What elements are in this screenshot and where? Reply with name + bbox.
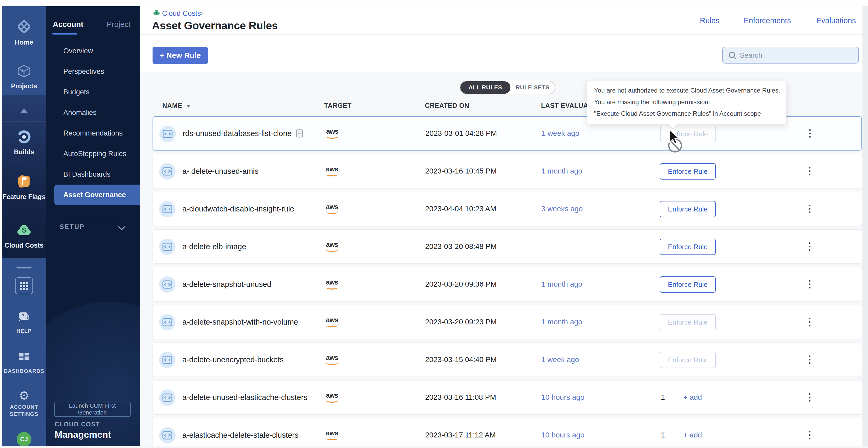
tab-account[interactable]: Account — [53, 20, 83, 29]
rule-icon — [159, 239, 176, 255]
rule-name[interactable]: a-delete-unencrypted-buckets — [182, 355, 284, 364]
table-row[interactable]: a-elasticache-delete-stale-clusters aws … — [153, 418, 862, 448]
sidebar-item-projects[interactable]: Projects — [2, 64, 46, 90]
tab-project[interactable]: Project — [106, 20, 130, 29]
chat-help-icon: ? — [17, 312, 31, 325]
scrollbar[interactable] — [863, 6, 868, 448]
table-row[interactable]: a-delete-snapshot-with-no-volume aws 202… — [153, 305, 862, 339]
add-enforcement-link[interactable]: + add — [683, 380, 702, 414]
created-on-value: 2023-03-17 11:12 AM — [425, 418, 496, 448]
last-evaluation-link[interactable]: 10 hours ago — [541, 418, 584, 448]
sidebar-item-label: Builds — [2, 148, 46, 156]
enforce-rule-button[interactable]: Enforce Rule — [660, 314, 716, 331]
last-evaluation-link[interactable]: 1 month ago — [541, 154, 583, 188]
module-rail: Home Projects Builds — [2, 6, 46, 446]
rule-name[interactable]: rds-unused-databases-list-clone — [183, 129, 291, 138]
toggle-all-rules[interactable]: ALL RULES — [460, 81, 510, 94]
row-menu-kebab-icon[interactable] — [806, 418, 814, 448]
sidebar-item-dashboards[interactable]: DASHBOARDS — [2, 352, 46, 375]
copy-icon[interactable] — [296, 129, 303, 138]
rail-short-divider — [17, 267, 32, 269]
nav-item-anomalies[interactable]: Anomalies — [46, 102, 140, 123]
last-evaluation-link[interactable]: 3 weeks ago — [541, 192, 583, 226]
sidebar-item-home[interactable]: Home — [2, 19, 46, 46]
rule-name[interactable]: a- delete-unused-amis — [182, 167, 259, 176]
last-evaluation-link[interactable]: 1 month ago — [541, 267, 583, 301]
collapse-rail-icon[interactable] — [20, 109, 28, 113]
sidebar-item-account-settings[interactable]: ⚙ ACCOUNT SETTINGS — [2, 389, 46, 418]
table-row[interactable]: a-delete-elb-image aws 2023-03-20 08:48 … — [153, 230, 862, 264]
nav-item-asset-governance[interactable]: Asset Governance — [54, 184, 140, 205]
row-menu-kebab-icon[interactable] — [806, 117, 814, 150]
table-row[interactable]: a-delete-unencrypted-buckets aws 2023-03… — [153, 343, 862, 377]
enforce-rule-button[interactable]: Enforce Rule — [660, 163, 716, 179]
svg-text:$: $ — [22, 226, 26, 234]
rule-icon — [159, 352, 176, 368]
rule-icon — [159, 163, 176, 179]
table-row[interactable]: a-delete-unused-elasticache-clusters aws… — [153, 380, 862, 415]
rail-divider — [2, 121, 46, 122]
svg-text:?: ? — [22, 313, 25, 318]
nav-item-perspectives[interactable]: Perspectives — [46, 61, 140, 82]
row-menu-kebab-icon[interactable] — [806, 305, 814, 339]
aws-smile-arc — [326, 361, 338, 365]
row-menu-kebab-icon[interactable] — [806, 267, 814, 301]
last-evaluation-link[interactable]: - — [541, 230, 544, 264]
row-menu-kebab-icon[interactable] — [806, 380, 814, 414]
permission-tooltip: You are not authorized to execute Cloud … — [587, 81, 786, 124]
nav-item-budgets[interactable]: Budgets — [46, 82, 140, 102]
nav-item-recommendations[interactable]: Recommendations — [46, 123, 140, 143]
row-menu-kebab-icon[interactable] — [806, 343, 814, 377]
nav-item-autostopping-rules[interactable]: AutoStopping Rules — [46, 143, 140, 164]
rule-name[interactable]: a-delete-snapshot-unused — [182, 280, 271, 289]
dashboard-tiles-icon — [18, 352, 31, 365]
module-selector-grid-icon[interactable] — [15, 277, 33, 294]
setup-section-label[interactable]: SETUP — [60, 223, 85, 231]
sidebar-item-label: ACCOUNT SETTINGS — [4, 404, 44, 418]
launch-ccm-first-gen-button[interactable]: Launch CCM First Generation — [54, 402, 131, 417]
aws-smile-arc — [326, 172, 338, 176]
last-evaluation-link[interactable]: 1 month ago — [541, 305, 583, 339]
last-evaluation-link[interactable]: 1 week ago — [541, 343, 579, 377]
aws-target-logo: aws — [323, 305, 341, 339]
rule-name[interactable]: a-elasticache-delete-stale-clusters — [182, 431, 299, 440]
sidebar-item-builds[interactable]: Builds — [2, 129, 46, 156]
harness-logo-icon — [16, 19, 32, 36]
row-menu-kebab-icon[interactable] — [806, 154, 814, 188]
enforce-rule-button[interactable]: Enforce Rule — [660, 239, 716, 255]
rule-icon — [159, 201, 176, 217]
aws-target-logo: aws — [323, 418, 341, 448]
table-row[interactable]: a-delete-snapshot-unused aws 2023-03-20 … — [153, 267, 862, 301]
enforcement-count: 1 — [661, 418, 665, 448]
row-menu-kebab-icon[interactable] — [806, 230, 814, 264]
toggle-rule-sets[interactable]: RULE SETS — [510, 81, 555, 94]
sidebar-item-cloud-costs[interactable]: $ Cloud Costs — [2, 222, 46, 249]
sidebar-item-label: Home — [2, 38, 46, 46]
table-row[interactable]: a-cloudwatch-disable-insight-rule aws 20… — [153, 192, 862, 226]
tooltip-line: You are missing the following permission… — [594, 96, 779, 108]
nav-divider — [59, 218, 125, 218]
nav-item-bi-dashboards[interactable]: BI Dashboards — [46, 164, 140, 184]
enforce-rule-button[interactable]: Enforce Rule — [660, 201, 716, 217]
row-menu-kebab-icon[interactable] — [806, 192, 814, 226]
chevron-down-icon[interactable] — [118, 223, 125, 230]
table-row[interactable]: a- delete-unused-amis aws 2023-03-16 10:… — [153, 154, 862, 188]
sidebar-item-feature-flags[interactable]: Feature Flags — [2, 173, 46, 201]
enforce-rule-button[interactable]: Enforce Rule — [660, 352, 716, 368]
user-avatar[interactable]: CJ — [17, 432, 31, 447]
last-evaluation-link[interactable]: 1 week ago — [541, 117, 579, 150]
enforce-rule-button[interactable]: Enforce Rule — [660, 276, 716, 293]
add-enforcement-link[interactable]: + add — [683, 418, 702, 448]
rule-name[interactable]: a-delete-unused-elasticache-clusters — [182, 393, 307, 402]
cloud-dollar-icon: $ — [15, 222, 33, 239]
last-evaluation-link[interactable]: 10 hours ago — [541, 380, 584, 414]
nav-item-overview[interactable]: Overview — [46, 41, 140, 61]
created-on-value: 2023-03-20 09:23 PM — [425, 305, 497, 339]
rail-divider — [2, 101, 46, 101]
aws-target-logo: aws — [323, 230, 341, 264]
rule-name[interactable]: a-delete-elb-image — [182, 242, 246, 251]
rule-name[interactable]: a-delete-snapshot-with-no-volume — [182, 318, 298, 326]
rule-name[interactable]: a-cloudwatch-disable-insight-rule — [182, 205, 294, 213]
created-on-value: 2023-03-15 04:40 PM — [425, 343, 497, 377]
sidebar-item-help[interactable]: ? HELP — [2, 312, 46, 335]
